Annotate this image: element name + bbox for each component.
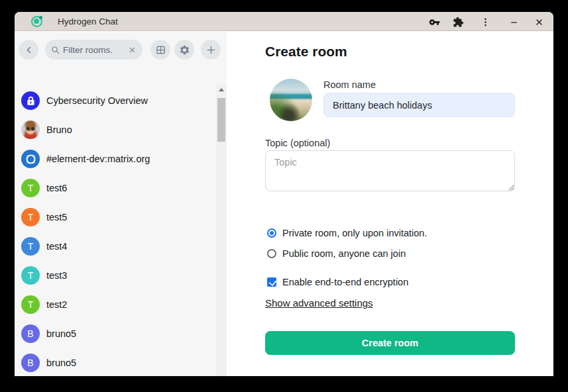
room-initial-avatar: B — [21, 324, 40, 343]
create-room-panel: Create room Room name Topic (optional) P… — [227, 32, 553, 376]
element-logo-icon — [25, 153, 37, 166]
room-name-label: #element-dev:matrix.org — [46, 154, 150, 164]
topic-label: Topic (optional) — [265, 138, 330, 148]
room-list-item[interactable]: Ttest4 — [15, 232, 216, 261]
radio-private-room[interactable]: Private room, only upon invitation. — [267, 228, 427, 238]
radio-icon[interactable] — [267, 249, 276, 258]
resize-handle-icon[interactable] — [508, 184, 514, 191]
room-list-item[interactable]: Cybersecurity Overview — [15, 86, 216, 115]
element-avatar — [21, 150, 40, 168]
page-title: Create room — [265, 44, 347, 60]
filter-rooms-input[interactable] — [60, 45, 127, 55]
encryption-label: Enable end-to-end encryption — [282, 277, 408, 287]
room-name-label: Bruno — [46, 124, 72, 135]
room-name-label: test3 — [46, 270, 67, 281]
radio-public-room[interactable]: Public room, anyone can join — [267, 248, 406, 259]
filter-rooms-field[interactable] — [45, 40, 142, 60]
topic-textarea[interactable] — [265, 150, 515, 191]
back-button[interactable] — [19, 40, 38, 60]
radio-private-label: Private room, only upon invitation. — [282, 228, 427, 238]
room-initial-avatar: T — [21, 295, 40, 314]
room-initial-avatar: T — [21, 179, 40, 197]
room-list-item[interactable]: Ttest2 — [15, 290, 216, 319]
room-initial-avatar: T — [21, 208, 40, 226]
lock-icon — [25, 95, 37, 107]
encryption-checkbox-row[interactable]: Enable end-to-end encryption — [267, 277, 408, 287]
room-avatar-picker[interactable] — [270, 79, 312, 121]
create-room-button[interactable]: Create room — [265, 331, 515, 355]
sidebar: Cybersecurity OverviewBruno#element-dev:… — [15, 32, 227, 376]
room-initial-avatar: T — [21, 237, 40, 256]
minimize-button[interactable] — [506, 14, 522, 30]
scroll-up-icon[interactable] — [216, 85, 227, 94]
show-advanced-settings-link[interactable]: Show advanced settings — [265, 297, 373, 309]
clear-filter-icon[interactable] — [127, 45, 137, 55]
settings-gear-icon[interactable] — [174, 40, 194, 60]
browser-menu-icon[interactable] — [477, 14, 493, 30]
room-name-label: bruno5 — [46, 328, 76, 339]
radio-public-label: Public room, anyone can join — [282, 248, 406, 259]
create-room-plus-icon[interactable] — [201, 40, 221, 60]
room-list-item[interactable]: Ttest6 — [15, 173, 216, 203]
room-list-item[interactable]: Ttest3 — [15, 261, 216, 290]
scrollbar-thumb[interactable] — [217, 98, 225, 142]
room-name-label: test2 — [46, 299, 67, 310]
app-window: Hydrogen Chat — [15, 12, 553, 376]
titlebar: Hydrogen Chat — [15, 12, 553, 31]
person-avatar — [21, 121, 40, 139]
password-key-icon[interactable] — [426, 14, 442, 30]
room-initial-avatar: T — [21, 266, 40, 285]
room-name-label: test6 — [46, 183, 67, 193]
grid-view-icon[interactable] — [150, 40, 170, 60]
room-name-input[interactable] — [323, 93, 515, 117]
room-list-item[interactable]: Ttest5 — [15, 203, 216, 232]
search-icon — [50, 45, 60, 55]
room-name-label: test4 — [46, 241, 67, 252]
room-name-label: Cybersecurity Overview — [46, 95, 148, 106]
close-button[interactable] — [531, 14, 547, 30]
room-list-scrollbar[interactable] — [216, 85, 227, 376]
room-list: Cybersecurity OverviewBruno#element-dev:… — [15, 86, 216, 376]
window-title: Hydrogen Chat — [58, 12, 118, 31]
room-name-label: test5 — [46, 212, 67, 222]
room-name-label: Room name — [323, 79, 376, 90]
lock-avatar — [21, 91, 40, 110]
hydrogen-logo-icon — [31, 16, 42, 27]
room-list-item[interactable]: Bruno — [15, 115, 216, 144]
radio-icon[interactable] — [267, 228, 276, 238]
checkbox-icon[interactable] — [267, 277, 276, 287]
room-list-item[interactable]: #element-dev:matrix.org — [15, 144, 216, 173]
room-list-item[interactable]: Bbruno5 — [15, 319, 216, 348]
room-name-label: bruno5 — [46, 358, 76, 368]
room-list-item[interactable]: Bbruno5 — [15, 348, 216, 376]
room-initial-avatar: B — [21, 354, 40, 372]
extensions-puzzle-icon[interactable] — [450, 14, 466, 30]
